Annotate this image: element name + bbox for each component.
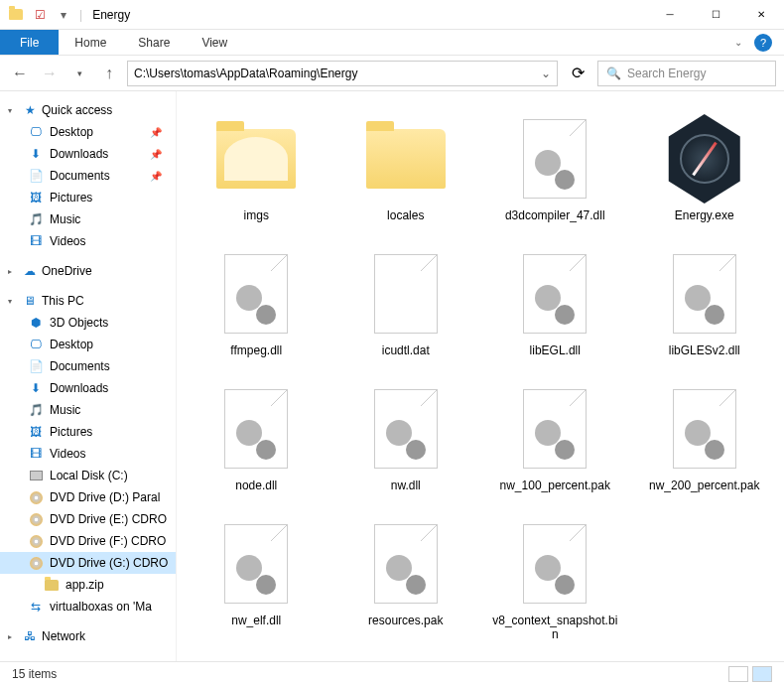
file-item[interactable]: nw_100_percent.pak <box>485 377 625 496</box>
sidebar-network[interactable]: ▸ 🖧 Network <box>0 625 176 647</box>
sidebar-item-videos[interactable]: 🎞 Videos <box>0 443 176 465</box>
chevron-down-icon: ▾ <box>8 106 18 115</box>
qat-dropdown-icon[interactable]: ▾ <box>56 7 71 23</box>
sidebar-item-label: DVD Drive (D:) Paral <box>50 490 160 504</box>
sidebar-this-pc[interactable]: ▾ 🖥 This PC <box>0 290 176 312</box>
ribbon-expand-icon[interactable]: ⌄ <box>734 37 742 48</box>
file-item[interactable]: icudtl.dat <box>336 242 476 361</box>
nav-bar: ← → ▾ ↑ C:\Users\tomas\AppData\Roaming\E… <box>0 56 784 91</box>
sidebar-item-label: Documents <box>50 359 110 373</box>
sidebar-item-documents[interactable]: 📄 Documents 📌 <box>0 165 176 187</box>
sidebar-item-desktop[interactable]: 🖵 Desktop <box>0 334 176 355</box>
sidebar-item-pictures[interactable]: 🖼 Pictures <box>0 187 176 208</box>
file-item[interactable]: nw_200_percent.pak <box>635 377 775 496</box>
sidebar-item-downloads[interactable]: ⬇ Downloads 📌 <box>0 143 176 165</box>
file-icon <box>523 119 587 199</box>
file-list-pane[interactable]: imgslocalesd3dcompiler_47.dllEnergy.exef… <box>177 91 784 661</box>
music-icon: 🎵 <box>28 211 44 227</box>
back-button[interactable]: ← <box>8 62 32 85</box>
sidebar-item-dvd-drive-d-paral[interactable]: DVD Drive (D:) Paral <box>0 486 176 508</box>
qat-check-icon[interactable]: ☑ <box>32 7 48 23</box>
up-button[interactable]: ↑ <box>97 62 121 85</box>
sidebar-item-videos[interactable]: 🎞 Videos <box>0 230 176 252</box>
sidebar-item-label: Downloads <box>50 147 108 161</box>
sidebar-this-pc-label: This PC <box>42 294 84 308</box>
sidebar-item-dvd-drive-f-cdro[interactable]: DVD Drive (F:) CDRO <box>0 530 176 552</box>
file-icon <box>374 389 438 469</box>
sidebar-item-label: Desktop <box>50 125 93 139</box>
file-name-label: nw_100_percent.pak <box>500 479 610 492</box>
address-dropdown-icon[interactable]: ⌄ <box>535 67 551 80</box>
file-item[interactable]: Energy.exe <box>635 107 775 226</box>
sidebar-item-documents[interactable]: 📄 Documents <box>0 355 176 377</box>
ribbon-tab-home[interactable]: Home <box>59 30 122 55</box>
sidebar-item-pictures[interactable]: 🖼 Pictures <box>0 421 176 443</box>
ribbon: File Home Share View ⌄ ? <box>0 30 784 56</box>
recent-locations-dropdown[interactable]: ▾ <box>67 62 91 85</box>
network-icon: 🖧 <box>22 628 38 644</box>
pin-icon: 📌 <box>150 171 168 182</box>
file-icon <box>673 389 736 469</box>
sidebar-item-dvd-drive-g-cdro[interactable]: DVD Drive (G:) CDRO <box>0 552 176 574</box>
refresh-button[interactable]: ⟳ <box>564 61 591 86</box>
videos-icon: 🎞 <box>28 446 44 462</box>
file-item[interactable]: node.dll <box>187 377 327 496</box>
sidebar-item-dvd-drive-e-cdro[interactable]: DVD Drive (E:) CDRO <box>0 508 176 530</box>
sidebar-quick-access-label: Quick access <box>42 103 112 117</box>
dvd-icon <box>28 489 44 505</box>
sidebar-item-label: Videos <box>50 447 85 461</box>
close-button[interactable]: ✕ <box>738 0 784 30</box>
ribbon-tab-view[interactable]: View <box>186 30 243 55</box>
desktop-icon: 🖵 <box>28 124 44 140</box>
sidebar-quick-access[interactable]: ▾ ★ Quick access <box>0 99 176 121</box>
maximize-button[interactable]: ☐ <box>693 0 738 30</box>
sidebar-item-local-disk-c-[interactable]: Local Disk (C:) <box>0 465 176 486</box>
file-name-label: Energy.exe <box>675 208 734 222</box>
title-bar: ☑ ▾ | Energy ─ ☐ ✕ <box>0 0 784 30</box>
sidebar-item-label: 3D Objects <box>50 316 108 330</box>
file-item[interactable]: imgs <box>187 107 327 226</box>
file-item[interactable]: resources.pak <box>336 512 476 645</box>
ribbon-tab-file[interactable]: File <box>0 30 59 55</box>
file-item[interactable]: ffmpeg.dll <box>187 242 327 361</box>
navigation-pane[interactable]: ▾ ★ Quick access 🖵 Desktop 📌⬇ Downloads … <box>0 91 177 661</box>
sidebar-item-desktop[interactable]: 🖵 Desktop 📌 <box>0 121 176 143</box>
chevron-down-icon: ▾ <box>8 297 18 306</box>
file-name-label: imgs <box>244 208 269 222</box>
sidebar-item-label: DVD Drive (G:) CDRO <box>50 556 168 570</box>
details-view-button[interactable] <box>728 666 748 682</box>
search-input[interactable]: 🔍 Search Energy <box>597 61 776 86</box>
forward-button[interactable]: → <box>38 62 62 85</box>
zip-icon <box>44 577 60 593</box>
minimize-button[interactable]: ─ <box>647 0 693 30</box>
documents-icon: 📄 <box>28 168 44 184</box>
star-icon: ★ <box>22 102 38 118</box>
sidebar-item-app-zip[interactable]: app.zip <box>0 574 176 596</box>
sidebar-item-3d-objects[interactable]: ⬢ 3D Objects <box>0 312 176 334</box>
desktop-icon: 🖵 <box>28 337 44 352</box>
file-item[interactable]: libEGL.dll <box>485 242 625 361</box>
file-icon <box>224 389 288 469</box>
address-bar[interactable]: C:\Users\tomas\AppData\Roaming\Energy ⌄ <box>127 61 558 86</box>
help-icon[interactable]: ? <box>754 34 772 52</box>
sidebar-item-virtualboxas-on-ma[interactable]: ⇆ virtualboxas on 'Ma <box>0 596 176 617</box>
folder-icon <box>216 129 296 189</box>
sidebar-item-label: Documents <box>50 169 110 183</box>
file-icon <box>374 524 438 604</box>
sidebar-item-label: Pictures <box>50 191 92 205</box>
sidebar-item-downloads[interactable]: ⬇ Downloads <box>0 377 176 399</box>
file-item[interactable]: locales <box>336 107 476 226</box>
file-icon <box>224 524 288 604</box>
sidebar-item-label: Music <box>50 403 80 417</box>
file-item[interactable]: v8_context_snapshot.bin <box>485 512 625 645</box>
sidebar-item-music[interactable]: 🎵 Music <box>0 208 176 230</box>
large-icons-view-button[interactable] <box>752 666 772 682</box>
file-icon <box>374 254 438 334</box>
file-item[interactable]: nw.dll <box>336 377 476 496</box>
file-item[interactable]: libGLESv2.dll <box>635 242 775 361</box>
sidebar-item-music[interactable]: 🎵 Music <box>0 399 176 421</box>
sidebar-onedrive[interactable]: ▸ ☁ OneDrive <box>0 260 176 282</box>
file-item[interactable]: d3dcompiler_47.dll <box>485 107 625 226</box>
file-item[interactable]: nw_elf.dll <box>187 512 327 645</box>
ribbon-tab-share[interactable]: Share <box>122 30 186 55</box>
